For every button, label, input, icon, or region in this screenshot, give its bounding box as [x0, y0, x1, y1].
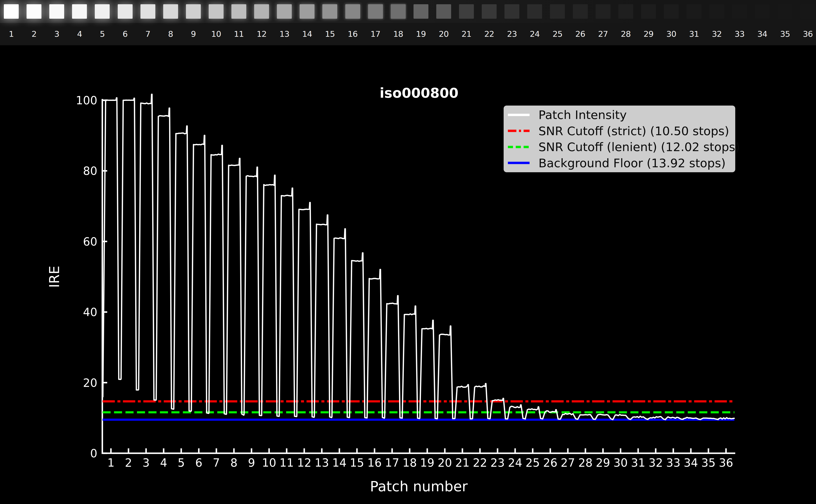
legend-label: Patch Intensity	[539, 108, 627, 122]
x-tick-label-1: 1	[107, 456, 114, 469]
legend-line-sample-green-dashed	[508, 145, 530, 149]
x-tick-label-15: 15	[350, 456, 364, 469]
y-tick-label-80: 80	[83, 164, 97, 177]
x-tick-label-14: 14	[332, 456, 346, 469]
y-tick-label-40: 40	[83, 306, 97, 319]
chart-title: iso000800	[379, 85, 459, 101]
legend-item-background-floor: Background Floor (13.92 stops)	[504, 156, 735, 170]
x-tick-label-4: 4	[160, 456, 167, 469]
x-tick-label-10: 10	[262, 456, 276, 469]
legend: Patch Intensity SNR Cutoff (strict) (10.…	[504, 106, 735, 172]
x-tick-label-27: 27	[561, 456, 575, 469]
x-tick-label-34: 34	[684, 456, 698, 469]
x-axis-label: Patch number	[370, 478, 468, 495]
legend-item-snr-lenient: SNR Cutoff (lenient) (12.02 stops)	[504, 140, 735, 154]
x-tick-label-2: 2	[125, 456, 132, 469]
x-tick-label-31: 31	[631, 456, 645, 469]
legend-line-sample-blue	[508, 161, 530, 165]
x-tick-label-5: 5	[178, 456, 185, 469]
x-tick-label-22: 22	[473, 456, 487, 469]
x-tick-label-32: 32	[649, 456, 663, 469]
x-tick-label-21: 21	[455, 456, 470, 469]
x-tick-label-13: 13	[315, 456, 329, 469]
y-tick-label-100: 100	[76, 94, 97, 107]
x-tick-label-26: 26	[543, 456, 557, 469]
screenshot-root: 1234567891011121314151617181920212223242…	[0, 0, 816, 504]
x-tick-label-20: 20	[438, 456, 452, 469]
x-tick-label-3: 3	[143, 456, 150, 469]
x-tick-label-9: 9	[248, 456, 255, 469]
y-tick-label-20: 20	[83, 376, 97, 389]
legend-label: SNR Cutoff (strict) (10.50 stops)	[539, 124, 729, 138]
x-tick-label-29: 29	[596, 456, 610, 469]
x-tick-label-35: 35	[701, 456, 716, 469]
x-tick-label-19: 19	[420, 456, 435, 469]
legend-line-sample-red-dashdot	[508, 129, 530, 133]
legend-label: Background Floor (13.92 stops)	[539, 156, 726, 170]
x-tick-label-18: 18	[402, 456, 417, 469]
legend-label: SNR Cutoff (lenient) (12.02 stops)	[539, 140, 740, 154]
x-tick-label-25: 25	[526, 456, 540, 469]
x-tick-label-12: 12	[297, 456, 311, 469]
x-tick-label-23: 23	[491, 456, 505, 469]
legend-item-snr-strict: SNR Cutoff (strict) (10.50 stops)	[504, 124, 735, 138]
x-tick-label-16: 16	[367, 456, 381, 469]
y-tick-label-0: 0	[90, 447, 97, 460]
x-tick-label-30: 30	[614, 456, 628, 469]
waveform-plot: 020406080100 123456789101112131415161718…	[0, 0, 816, 504]
legend-line-sample-white	[508, 113, 530, 117]
x-axis-ticks: 1234567891011121314151617181920212223242…	[107, 448, 733, 469]
x-tick-label-28: 28	[578, 456, 593, 469]
x-tick-label-36: 36	[719, 456, 733, 469]
x-tick-label-24: 24	[508, 456, 522, 469]
x-tick-label-6: 6	[195, 456, 202, 469]
x-tick-label-17: 17	[385, 456, 399, 469]
y-axis-label: IRE	[47, 266, 62, 288]
x-tick-label-7: 7	[213, 456, 220, 469]
legend-item-patch-intensity: Patch Intensity	[504, 108, 735, 122]
y-tick-label-60: 60	[83, 235, 97, 248]
x-tick-label-33: 33	[666, 456, 680, 469]
x-tick-label-11: 11	[279, 456, 294, 469]
x-tick-label-8: 8	[230, 456, 237, 469]
